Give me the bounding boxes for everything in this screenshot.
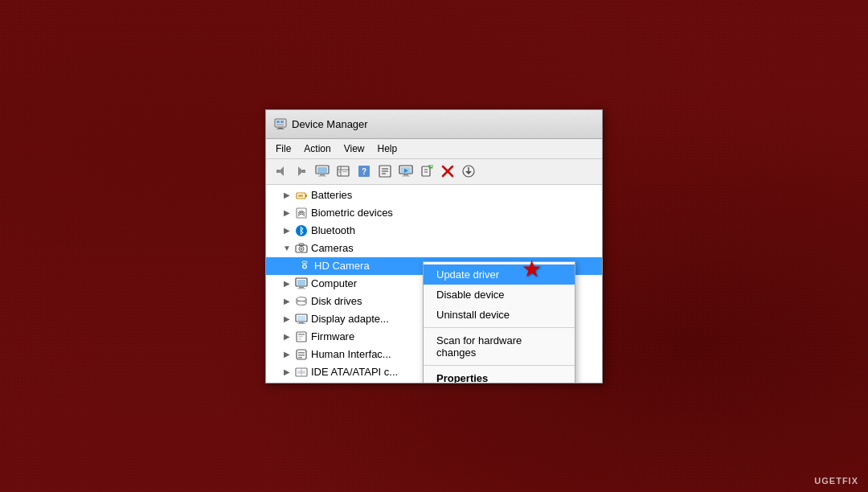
device-manager-window: Device Manager File Action View Help [265,109,603,383]
cameras-icon [295,242,308,255]
chevron-icon: ▶ [282,350,292,359]
hd-camera-label: HD Camera [314,260,370,272]
menu-help[interactable]: Help [371,141,404,157]
window-title: Device Manager [292,118,368,130]
help-icon-button[interactable]: ? [354,162,374,181]
firmware-label: Firmware [311,330,354,342]
svg-rect-17 [339,171,341,173]
cameras-label: Cameras [311,242,354,254]
svg-rect-64 [299,322,304,323]
computer-icon-button[interactable] [313,162,332,181]
context-menu-properties[interactable]: Properties [424,368,575,383]
tree-item-bluetooth[interactable]: ▶ ᛒ Bluetooth [266,222,602,240]
svg-rect-13 [318,176,326,177]
svg-rect-1 [276,121,280,123]
batteries-label: Batteries [311,189,352,201]
context-menu-uninstall-device[interactable]: Uninstall device [424,305,575,325]
svg-text:ᛒ: ᛒ [299,226,305,236]
context-menu-scan-hardware[interactable]: Scan for hardware changes [424,330,575,363]
svg-rect-63 [297,316,305,321]
svg-point-61 [297,301,306,305]
context-menu: Update driver Disable device Uninstall d… [423,261,575,383]
svg-rect-55 [297,280,305,285]
svg-point-58 [297,297,306,301]
svg-rect-53 [302,261,307,264]
disk-drives-label: Disk drives [311,295,362,307]
context-menu-disable-device[interactable]: Disable device [424,285,575,305]
svg-rect-56 [299,287,304,289]
monitor-icon-button[interactable]: ▶ [396,162,416,181]
display-icon [295,313,308,326]
bluetooth-label: Bluetooth [311,224,355,236]
tree-item-cameras[interactable]: ▼ Cameras [266,240,602,257]
chevron-icon: ▶ [282,191,292,199]
svg-text:▶: ▶ [404,168,408,173]
hd-camera-icon [298,260,311,273]
svg-rect-67 [298,334,305,335]
menu-action[interactable]: Action [297,141,337,157]
forward-button[interactable] [292,162,311,181]
properties-icon-button[interactable] [375,162,395,181]
svg-point-52 [304,265,306,268]
content-area: ▶ Batteries ▶ [266,185,602,383]
menu-view[interactable]: View [338,141,371,157]
tree-item-batteries[interactable]: ▶ Batteries [266,187,602,204]
svg-rect-42 [298,195,303,197]
svg-rect-69 [298,338,301,340]
svg-rect-2 [280,121,284,123]
menu-bar: File Action View Help [266,139,602,159]
bluetooth-icon: ᛒ [295,224,308,237]
computer-icon [295,277,308,290]
toolbar: ? ▶ [266,159,602,185]
svg-rect-5 [276,129,285,129]
display-label: Display adapte... [311,313,389,325]
add-driver-button[interactable] [417,162,436,181]
chevron-icon: ▶ [282,314,292,323]
ide-label: IDE ATA/ATAPI c... [311,366,398,378]
svg-rect-73 [298,357,302,359]
svg-rect-9 [302,170,305,173]
svg-marker-31 [429,165,432,168]
list-icon-button[interactable] [334,162,353,181]
svg-rect-7 [276,170,280,173]
svg-rect-12 [320,174,325,176]
chevron-icon: ▶ [282,279,292,288]
disk-icon [295,295,308,308]
svg-rect-57 [297,288,305,289]
context-menu-separator-2 [424,365,575,366]
svg-rect-29 [402,176,410,177]
svg-text:?: ? [362,167,366,176]
hid-label: Human Interfac... [311,348,391,360]
svg-point-48 [301,248,303,250]
ide-icon [295,366,308,379]
window-icon [274,117,287,130]
svg-rect-11 [317,167,327,173]
chevron-icon: ▶ [282,297,292,305]
svg-rect-43 [297,208,306,218]
context-menu-separator-1 [424,327,575,328]
title-bar: Device Manager [266,110,602,139]
biometric-label: Biometric devices [311,207,393,219]
chevron-down-icon: ▼ [282,244,292,252]
chevron-icon: ▶ [282,226,292,235]
update-driver-button[interactable] [459,162,478,181]
computer-label: Computer [311,277,357,289]
chevron-icon: ▶ [282,208,292,217]
menu-file[interactable]: File [269,141,297,157]
svg-rect-28 [403,174,408,176]
svg-rect-72 [298,355,305,356]
batteries-icon [295,189,308,202]
watermark: UGETFIX [814,476,858,486]
svg-rect-4 [278,128,283,129]
chevron-icon: ▶ [282,367,292,376]
back-button[interactable] [271,162,290,181]
chevron-icon: ▶ [282,332,292,341]
tree-item-biometric[interactable]: ▶ Biometric devices [266,204,602,222]
biometric-icon [295,207,308,219]
svg-rect-65 [297,323,305,324]
svg-rect-49 [299,244,304,246]
hid-icon [295,348,308,361]
svg-marker-39 [465,171,472,174]
disable-button[interactable] [438,162,457,181]
context-menu-update-driver[interactable]: Update driver [424,264,575,285]
